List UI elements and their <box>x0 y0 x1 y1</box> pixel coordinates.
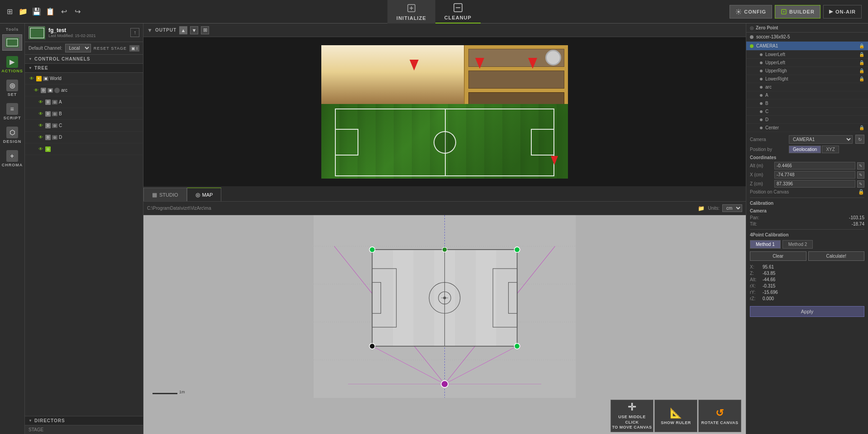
config-button[interactable]: CONFIG <box>730 5 772 19</box>
calculate-btn[interactable]: Calculate! <box>808 251 865 261</box>
initialize-button[interactable]: INITIALIZE <box>387 0 435 24</box>
method2-btn[interactable]: Method 2 <box>782 240 813 249</box>
rx-val: -0.315 <box>763 283 775 288</box>
svg-point-34 <box>442 247 447 252</box>
new-button[interactable]: ⊞ <box>5 7 14 17</box>
save-button[interactable]: 💾 <box>32 7 42 17</box>
actions-btn[interactable]: ▶ ACTIONS <box>1 53 23 76</box>
lower-left-item[interactable]: LowerLeft 🔒 <box>746 51 868 59</box>
lower-left-label: LowerLeft <box>765 52 856 57</box>
center-item[interactable]: Center 🔒 <box>746 124 868 132</box>
alt-edit-btn[interactable]: ✎ <box>857 162 864 170</box>
lower-right-lock: 🔒 <box>859 76 864 81</box>
map-icon: ◎ <box>196 192 200 198</box>
script-btn[interactable]: ≡ SCRIPT <box>1 100 23 123</box>
tree-row-c[interactable]: 👁 D ◎ C <box>25 120 143 132</box>
redo-button[interactable]: ↪ <box>72 7 82 17</box>
units-select[interactable]: cm m <box>722 204 742 212</box>
x-cm-input[interactable] <box>774 171 855 179</box>
z-cm-row: Z (cm) ✎ <box>750 180 864 188</box>
map-area[interactable]: C:\ProgramData\vizrt\VizArc\ma 📁 Units: … <box>143 202 746 434</box>
alt-label: Alt (m) <box>750 163 773 168</box>
lower-left-lock: 🔒 <box>859 52 864 57</box>
b-item[interactable]: B <box>746 99 868 108</box>
tree-row-a[interactable]: 👁 D ◎ A <box>25 96 143 108</box>
builder-button[interactable]: BUILDER <box>775 5 820 19</box>
studio-label: STUDIO <box>159 192 178 198</box>
xyz-tab[interactable]: XYZ <box>822 146 839 153</box>
cam1-dot <box>750 44 754 48</box>
position-tabs: Geolocation XYZ <box>789 146 839 153</box>
map-label: MAP <box>202 192 213 198</box>
tree-row-extra[interactable]: 👁 ◎ <box>25 143 143 155</box>
config-label: CONFIG <box>744 9 766 14</box>
cleanup-label: CLEANUP <box>444 15 472 20</box>
top-bar-center: INITIALIZE CLEANUP <box>387 0 481 24</box>
svg-rect-20 <box>414 250 434 346</box>
pos-canvas-label: Position on Canvas <box>750 189 855 194</box>
left-sidebar: Tools ▶ ACTIONS ◎ SET ≡ SCRIPT ⬡ DESIGN … <box>0 24 25 434</box>
tree-label: TREE <box>34 66 48 71</box>
save-as-button[interactable]: 📋 <box>45 7 55 17</box>
apply-btn[interactable]: Apply <box>750 306 864 317</box>
method1-btn[interactable]: Method 1 <box>750 240 781 249</box>
arc-item[interactable]: arc <box>746 83 868 91</box>
output-btn-down[interactable]: ▼ <box>190 26 198 34</box>
show-ruler-btn[interactable]: 📐 SHOW RULER <box>654 400 697 432</box>
fg-test-thumb[interactable] <box>2 34 22 51</box>
d-item[interactable]: D <box>746 116 868 124</box>
tree-row-arc[interactable]: 👁 D ▣ arc <box>25 85 143 96</box>
directors-header[interactable]: ▼ DIRECTORS <box>25 416 143 425</box>
map-tab[interactable]: ◎ MAP <box>187 188 222 201</box>
tilt-value: -18.74 <box>852 222 864 226</box>
svg-point-2 <box>738 10 740 13</box>
camera-refresh-btn[interactable]: ↻ <box>855 135 864 144</box>
c-label: C <box>59 123 141 128</box>
map-toolbar: ✛ USE MIDDLE CLICKTO MOVE CANVAS 📐 SHOW … <box>143 398 746 434</box>
tree-row-d[interactable]: 👁 D ◎ D <box>25 132 143 143</box>
alt-xyz-row: Alt: -44.66 <box>750 277 864 282</box>
pos-canvas-lock-icon: 🔒 <box>858 189 864 195</box>
alt-row: Alt (m) ✎ <box>750 162 864 170</box>
upper-right-item[interactable]: UpperRigh 🔒 <box>746 67 868 75</box>
x-cm-edit-btn[interactable]: ✎ <box>857 171 864 179</box>
pos-canvas-row: Position on Canvas 🔒 <box>750 189 864 195</box>
alt-input[interactable] <box>774 162 855 170</box>
control-channels-header[interactable]: ▼ CONTROL CHANNELS <box>25 55 143 64</box>
output-btn-grid[interactable]: ⊞ <box>201 26 209 34</box>
c-item[interactable]: C <box>746 108 868 116</box>
properties: Camera CAMERA1 ↻ Position by Geolocation… <box>746 132 868 320</box>
tree-row-world[interactable]: 👁 K ▣ World <box>25 73 143 85</box>
set-btn[interactable]: ◎ SET <box>1 77 23 99</box>
camera-name-row[interactable]: soccer-136x92-5 <box>746 33 868 42</box>
center-lock: 🔒 <box>859 125 864 130</box>
upper-left-item[interactable]: UpperLeft 🔒 <box>746 59 868 67</box>
geolocation-tab[interactable]: Geolocation <box>789 146 821 153</box>
folder-btn[interactable]: 📁 <box>697 204 705 212</box>
lower-right-item[interactable]: LowerRight 🔒 <box>746 75 868 83</box>
a-item[interactable]: A <box>746 91 868 99</box>
clear-btn[interactable]: Clear <box>750 251 806 261</box>
camera-prop-label: Camera <box>750 137 786 142</box>
fg-upload-btn[interactable]: ↑ <box>130 28 139 37</box>
channel-select[interactable]: Local <box>65 44 91 52</box>
camera-prop-select[interactable]: CAMERA1 <box>789 135 853 144</box>
rotate-canvas-btn[interactable]: ↺ ROTATE CANVAS <box>698 400 741 432</box>
z-cm-input[interactable] <box>774 180 855 188</box>
move-canvas-btn[interactable]: ✛ USE MIDDLE CLICKTO MOVE CANVAS <box>610 400 653 432</box>
eye-icon-b: 👁 <box>38 111 44 117</box>
z-cm-edit-btn[interactable]: ✎ <box>857 180 864 188</box>
output-btn-up[interactable]: ▲ <box>179 26 187 34</box>
folder-button[interactable]: 📁 <box>18 7 28 17</box>
studio-tab[interactable]: ▦ STUDIO <box>143 188 187 201</box>
design-btn[interactable]: ⬡ DESIGN <box>1 124 23 146</box>
tree-row-b[interactable]: 👁 D ◎ B <box>25 108 143 120</box>
cleanup-button[interactable]: CLEANUP <box>435 0 481 24</box>
reset-stage-btn[interactable]: RESET STAGE <box>94 46 127 51</box>
camera1-row[interactable]: CAMERA1 🔒 <box>746 42 868 51</box>
on-air-button[interactable]: ▶ ON-AIR <box>823 5 862 19</box>
chroma-btn[interactable]: + CHROMA <box>1 147 23 170</box>
main-area: ▼ OUTPUT ▲ ▼ ⊞ Update On-Edit <box>143 24 746 434</box>
undo-button[interactable]: ↩ <box>59 7 69 17</box>
tilt-label: Tilt: <box>750 222 757 226</box>
